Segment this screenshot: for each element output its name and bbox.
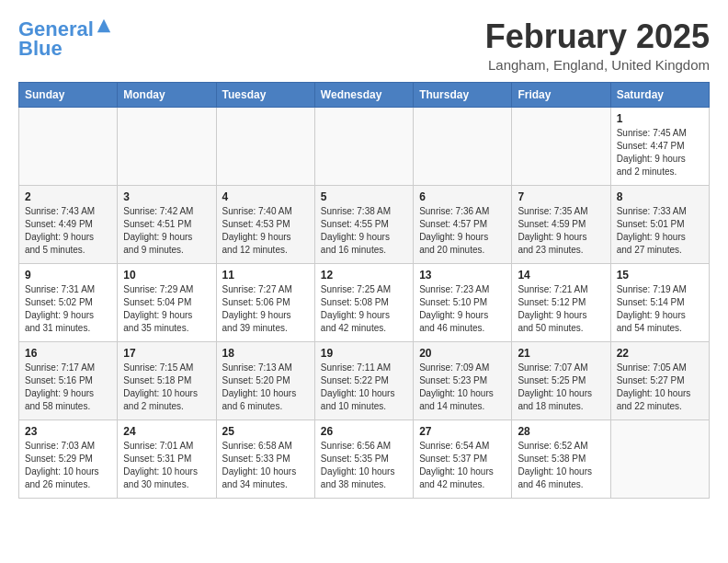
day-number: 9 xyxy=(25,269,111,282)
calendar-cell: 3Sunrise: 7:42 AMSunset: 4:51 PMDaylight… xyxy=(118,185,216,263)
day-number: 11 xyxy=(222,269,309,282)
day-info: Sunrise: 7:31 AMSunset: 5:02 PMDaylight:… xyxy=(25,283,111,335)
day-number: 26 xyxy=(321,425,407,438)
day-number: 27 xyxy=(419,425,506,438)
day-number: 2 xyxy=(25,190,111,203)
weekday-header-row: SundayMondayTuesdayWednesdayThursdayFrid… xyxy=(19,82,710,107)
weekday-header-tuesday: Tuesday xyxy=(216,82,314,107)
day-info: Sunrise: 7:17 AMSunset: 5:16 PMDaylight:… xyxy=(25,362,111,413)
calendar-cell: 4Sunrise: 7:40 AMSunset: 4:53 PMDaylight… xyxy=(216,185,314,263)
day-info: Sunrise: 7:42 AMSunset: 4:51 PMDaylight:… xyxy=(123,205,210,257)
calendar-cell xyxy=(118,107,216,185)
day-number: 7 xyxy=(518,190,604,203)
calendar-week-3: 9Sunrise: 7:31 AMSunset: 5:02 PMDaylight… xyxy=(19,263,710,341)
day-info: Sunrise: 7:03 AMSunset: 5:29 PMDaylight:… xyxy=(25,440,111,491)
calendar-cell xyxy=(414,107,512,185)
day-number: 12 xyxy=(321,269,407,282)
day-info: Sunrise: 7:21 AMSunset: 5:12 PMDaylight:… xyxy=(518,283,604,335)
day-number: 17 xyxy=(123,347,210,360)
day-number: 8 xyxy=(617,190,703,203)
svg-marker-0 xyxy=(97,19,110,32)
day-info: Sunrise: 6:52 AMSunset: 5:38 PMDaylight:… xyxy=(518,440,604,491)
calendar-cell: 20Sunrise: 7:09 AMSunset: 5:23 PMDayligh… xyxy=(414,341,512,419)
calendar-week-2: 2Sunrise: 7:43 AMSunset: 4:49 PMDaylight… xyxy=(19,185,710,263)
day-number: 16 xyxy=(25,347,111,360)
calendar-cell: 5Sunrise: 7:38 AMSunset: 4:55 PMDaylight… xyxy=(314,185,413,263)
logo-icon xyxy=(96,17,112,34)
calendar-week-1: 1Sunrise: 7:45 AMSunset: 4:47 PMDaylight… xyxy=(19,107,710,185)
day-info: Sunrise: 7:45 AMSunset: 4:47 PMDaylight:… xyxy=(617,127,703,178)
day-info: Sunrise: 7:23 AMSunset: 5:10 PMDaylight:… xyxy=(419,283,506,335)
day-number: 10 xyxy=(123,269,210,282)
calendar-cell: 2Sunrise: 7:43 AMSunset: 4:49 PMDaylight… xyxy=(19,185,118,263)
day-info: Sunrise: 7:07 AMSunset: 5:25 PMDaylight:… xyxy=(518,362,604,413)
weekday-header-sunday: Sunday xyxy=(19,82,118,107)
day-number: 3 xyxy=(123,190,210,203)
day-info: Sunrise: 7:36 AMSunset: 4:57 PMDaylight:… xyxy=(419,205,506,257)
day-number: 24 xyxy=(123,425,210,438)
calendar-cell: 8Sunrise: 7:33 AMSunset: 5:01 PMDaylight… xyxy=(610,185,709,263)
day-number: 25 xyxy=(222,425,309,438)
calendar-cell: 10Sunrise: 7:29 AMSunset: 5:04 PMDayligh… xyxy=(118,263,216,341)
calendar-cell xyxy=(314,107,413,185)
day-number: 20 xyxy=(419,347,506,360)
calendar-cell xyxy=(19,107,118,185)
calendar-cell: 16Sunrise: 7:17 AMSunset: 5:16 PMDayligh… xyxy=(19,341,118,419)
weekday-header-friday: Friday xyxy=(512,82,610,107)
day-number: 6 xyxy=(419,190,506,203)
day-number: 15 xyxy=(617,269,703,282)
calendar-cell: 7Sunrise: 7:35 AMSunset: 4:59 PMDaylight… xyxy=(512,185,610,263)
calendar-cell: 9Sunrise: 7:31 AMSunset: 5:02 PMDaylight… xyxy=(19,263,118,341)
day-number: 21 xyxy=(518,347,604,360)
calendar-cell: 28Sunrise: 6:52 AMSunset: 5:38 PMDayligh… xyxy=(512,419,610,498)
page-header: General Blue February 2025 Langham, Engl… xyxy=(18,18,710,73)
day-info: Sunrise: 7:15 AMSunset: 5:18 PMDaylight:… xyxy=(123,362,210,413)
calendar-cell: 18Sunrise: 7:13 AMSunset: 5:20 PMDayligh… xyxy=(216,341,314,419)
day-info: Sunrise: 6:54 AMSunset: 5:37 PMDaylight:… xyxy=(419,440,506,491)
day-number: 4 xyxy=(222,190,309,203)
day-info: Sunrise: 7:25 AMSunset: 5:08 PMDaylight:… xyxy=(321,283,407,335)
day-info: Sunrise: 7:01 AMSunset: 5:31 PMDaylight:… xyxy=(123,440,210,491)
day-number: 23 xyxy=(25,425,111,438)
weekday-header-wednesday: Wednesday xyxy=(314,82,413,107)
calendar-cell: 6Sunrise: 7:36 AMSunset: 4:57 PMDaylight… xyxy=(414,185,512,263)
day-number: 5 xyxy=(321,190,407,203)
calendar-cell: 22Sunrise: 7:05 AMSunset: 5:27 PMDayligh… xyxy=(610,341,709,419)
day-info: Sunrise: 6:56 AMSunset: 5:35 PMDaylight:… xyxy=(321,440,407,491)
day-number: 14 xyxy=(518,269,604,282)
calendar-cell: 19Sunrise: 7:11 AMSunset: 5:22 PMDayligh… xyxy=(314,341,413,419)
calendar-cell xyxy=(512,107,610,185)
calendar-cell: 11Sunrise: 7:27 AMSunset: 5:06 PMDayligh… xyxy=(216,263,314,341)
calendar-table: SundayMondayTuesdayWednesdayThursdayFrid… xyxy=(18,82,710,499)
calendar-cell: 21Sunrise: 7:07 AMSunset: 5:25 PMDayligh… xyxy=(512,341,610,419)
day-number: 28 xyxy=(518,425,604,438)
day-number: 22 xyxy=(617,347,703,360)
day-info: Sunrise: 7:38 AMSunset: 4:55 PMDaylight:… xyxy=(321,205,407,257)
calendar-cell: 12Sunrise: 7:25 AMSunset: 5:08 PMDayligh… xyxy=(314,263,413,341)
day-info: Sunrise: 7:05 AMSunset: 5:27 PMDaylight:… xyxy=(617,362,703,413)
calendar-cell: 23Sunrise: 7:03 AMSunset: 5:29 PMDayligh… xyxy=(19,419,118,498)
day-info: Sunrise: 7:43 AMSunset: 4:49 PMDaylight:… xyxy=(25,205,111,257)
day-info: Sunrise: 7:29 AMSunset: 5:04 PMDaylight:… xyxy=(123,283,210,335)
calendar-cell: 1Sunrise: 7:45 AMSunset: 4:47 PMDaylight… xyxy=(610,107,709,185)
calendar-cell: 13Sunrise: 7:23 AMSunset: 5:10 PMDayligh… xyxy=(414,263,512,341)
calendar-cell xyxy=(216,107,314,185)
calendar-cell: 14Sunrise: 7:21 AMSunset: 5:12 PMDayligh… xyxy=(512,263,610,341)
day-info: Sunrise: 7:40 AMSunset: 4:53 PMDaylight:… xyxy=(222,205,309,257)
day-info: Sunrise: 7:11 AMSunset: 5:22 PMDaylight:… xyxy=(321,362,407,413)
day-number: 19 xyxy=(321,347,407,360)
calendar-week-4: 16Sunrise: 7:17 AMSunset: 5:16 PMDayligh… xyxy=(19,341,710,419)
title-block: February 2025 Langham, England, United K… xyxy=(485,18,710,73)
day-info: Sunrise: 7:13 AMSunset: 5:20 PMDaylight:… xyxy=(222,362,309,413)
calendar-week-5: 23Sunrise: 7:03 AMSunset: 5:29 PMDayligh… xyxy=(19,419,710,498)
day-info: Sunrise: 7:09 AMSunset: 5:23 PMDaylight:… xyxy=(419,362,506,413)
day-info: Sunrise: 6:58 AMSunset: 5:33 PMDaylight:… xyxy=(222,440,309,491)
day-info: Sunrise: 7:19 AMSunset: 5:14 PMDaylight:… xyxy=(617,283,703,335)
weekday-header-monday: Monday xyxy=(118,82,216,107)
calendar-cell: 17Sunrise: 7:15 AMSunset: 5:18 PMDayligh… xyxy=(118,341,216,419)
day-number: 13 xyxy=(419,269,506,282)
logo: General Blue xyxy=(18,18,112,61)
calendar-cell xyxy=(610,419,709,498)
day-info: Sunrise: 7:33 AMSunset: 5:01 PMDaylight:… xyxy=(617,205,703,257)
weekday-header-saturday: Saturday xyxy=(610,82,709,107)
